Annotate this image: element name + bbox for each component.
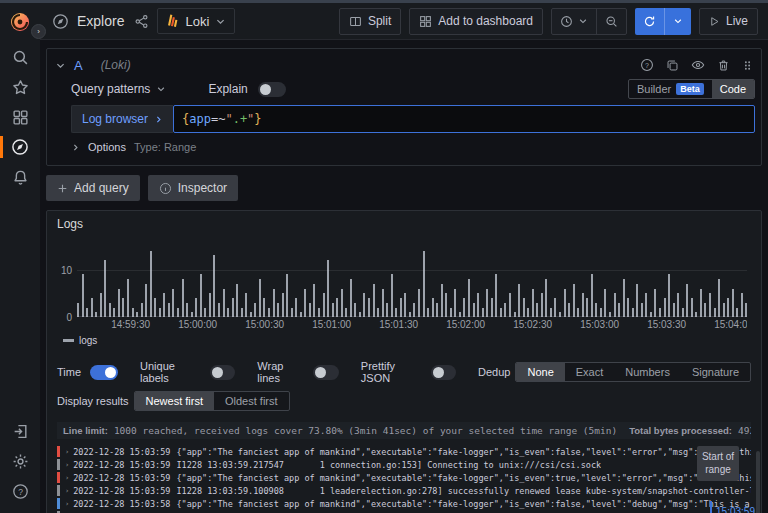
- search-icon: [12, 49, 29, 66]
- chart-legend[interactable]: logs: [63, 335, 751, 346]
- chart-bar: [504, 303, 506, 317]
- expand-row-chevron-icon[interactable]: ›: [65, 500, 69, 508]
- code-mode-button[interactable]: Code: [712, 80, 754, 98]
- remove-query-icon[interactable]: [717, 59, 730, 72]
- sidebar-item-sign-in[interactable]: [0, 417, 40, 445]
- chart-bar: [654, 289, 656, 318]
- loki-logo-icon: [166, 14, 179, 28]
- chart-bar: [259, 279, 261, 317]
- inspector-button[interactable]: Inspector: [148, 175, 238, 201]
- unique-labels-toggle[interactable]: [210, 365, 236, 380]
- log-row[interactable]: ›2022-12-28 15:03:59{"app":"The fanciest…: [57, 445, 751, 458]
- chevron-down-icon[interactable]: [156, 84, 166, 94]
- sidebar-item-configuration[interactable]: [0, 447, 40, 475]
- range-marker[interactable]: 15:03:59: [710, 501, 755, 513]
- chart-bar: [664, 298, 666, 317]
- time-picker-button[interactable]: [552, 9, 596, 34]
- grafana-logo-icon[interactable]: [9, 11, 31, 33]
- expand-row-chevron-icon[interactable]: ›: [65, 461, 69, 469]
- hide-query-icon[interactable]: [691, 58, 705, 72]
- time-toggle[interactable]: [90, 365, 118, 380]
- legend-series-swatch: [63, 339, 74, 342]
- query-token: }: [254, 112, 261, 126]
- chart-bar: [618, 303, 620, 317]
- log-row[interactable]: ›2022-12-28 15:03:58{"app":"The fanciest…: [57, 497, 751, 510]
- y-axis-tick: 0: [66, 312, 72, 323]
- option-oldest-first[interactable]: Oldest first: [214, 392, 289, 410]
- prettify-json-toggle[interactable]: [431, 365, 457, 380]
- share-icon[interactable]: [134, 14, 149, 29]
- query-patterns-label[interactable]: Query patterns: [71, 82, 150, 96]
- query-help-icon[interactable]: ?: [640, 58, 654, 72]
- chart-bar: [286, 274, 288, 317]
- chart-bar: [463, 298, 465, 317]
- chart-bar: [363, 293, 365, 317]
- split-icon: [349, 15, 362, 28]
- drag-handle-icon[interactable]: [742, 59, 753, 72]
- logql-query-input[interactable]: {app=~".+"}: [173, 105, 755, 133]
- log-browser-button[interactable]: Log browser: [71, 105, 173, 133]
- add-to-dashboard-button[interactable]: Add to dashboard: [409, 8, 543, 35]
- chart-bar: [518, 284, 520, 317]
- split-button[interactable]: Split: [339, 8, 401, 35]
- option-newest-first[interactable]: Newest first: [135, 392, 214, 410]
- caret-down-icon: [578, 16, 588, 26]
- duplicate-query-icon[interactable]: [666, 59, 679, 72]
- option-signature[interactable]: Signature: [681, 363, 750, 381]
- chart-bar: [368, 298, 370, 317]
- refresh-icon: [643, 15, 656, 28]
- log-row[interactable]: ›2022-12-28 15:03:59{"app":"The fanciest…: [57, 471, 751, 484]
- chart-bar: [627, 298, 629, 317]
- logs-scrollbar[interactable]: [756, 451, 760, 513]
- add-query-button[interactable]: Add query: [46, 175, 140, 201]
- sidebar-item-search[interactable]: [0, 43, 40, 71]
- refresh-interval-button[interactable]: [664, 8, 691, 35]
- expand-row-chevron-icon[interactable]: ›: [65, 487, 69, 495]
- builder-mode-button[interactable]: Builder Beta: [629, 80, 712, 98]
- prettify-json-control: Prettify JSON: [361, 360, 456, 384]
- legend-series-label: logs: [79, 335, 97, 346]
- x-axis-tick: 15:04:00: [714, 319, 747, 330]
- collapse-chevron-icon[interactable]: [55, 60, 66, 71]
- chart-bar: [418, 289, 420, 318]
- query-input-row: Log browser {app=~".+"}: [71, 105, 755, 133]
- query-token: =~: [211, 112, 225, 126]
- dedup-label: Dedup: [478, 366, 510, 378]
- log-level-bar: [57, 446, 60, 457]
- expand-row-chevron-icon[interactable]: ›: [65, 448, 69, 456]
- option-numbers[interactable]: Numbers: [614, 363, 681, 381]
- query-options-row[interactable]: Options Type: Range: [71, 135, 755, 159]
- log-rows-list: Start of range ›2022-12-28 15:03:59{"app…: [57, 445, 751, 513]
- explain-toggle[interactable]: [258, 82, 286, 97]
- query-token: .+: [233, 112, 247, 126]
- refresh-button[interactable]: [635, 8, 664, 35]
- zoom-out-button[interactable]: [596, 9, 626, 34]
- log-row[interactable]: ›2022-12-28 15:03:59I1228 13:03:59.10090…: [57, 484, 751, 497]
- log-volume-chart[interactable]: 010: [77, 241, 747, 317]
- chart-bar: [195, 298, 197, 317]
- chart-bar: [454, 289, 456, 318]
- chart-bar: [127, 279, 129, 317]
- sidebar-item-explore[interactable]: [0, 133, 40, 161]
- chart-bar: [273, 289, 275, 318]
- sidebar-item-help[interactable]: ?: [0, 477, 40, 505]
- wrap-lines-toggle[interactable]: [313, 365, 338, 380]
- datasource-picker[interactable]: Loki: [157, 8, 235, 34]
- range-marker-line: [710, 501, 712, 513]
- sidebar-item-starred[interactable]: [0, 73, 40, 101]
- dedup-control: Dedup NoneExactNumbersSignature: [478, 362, 751, 382]
- log-line-text: {"app":"The fanciest app of mankind","ex…: [176, 499, 751, 509]
- sidebar-item-dashboards[interactable]: [0, 103, 40, 131]
- log-row[interactable]: ›2022-12-28 15:03:59I1228 13:03:59.21754…: [57, 458, 751, 471]
- live-button[interactable]: Live: [699, 8, 758, 35]
- chart-bar: [236, 284, 238, 317]
- chart-bar: [709, 293, 711, 317]
- time-control: Time: [57, 365, 118, 380]
- log-line-text: {"app":"The fanciest app of mankind","ex…: [176, 473, 751, 483]
- sidebar-item-alerting[interactable]: [0, 163, 40, 191]
- option-exact[interactable]: Exact: [565, 363, 615, 381]
- prettify-json-label: Prettify JSON: [361, 360, 422, 384]
- option-none[interactable]: None: [516, 363, 564, 381]
- expand-row-chevron-icon[interactable]: ›: [65, 474, 69, 482]
- sidebar-expand-button[interactable]: ›: [31, 24, 46, 39]
